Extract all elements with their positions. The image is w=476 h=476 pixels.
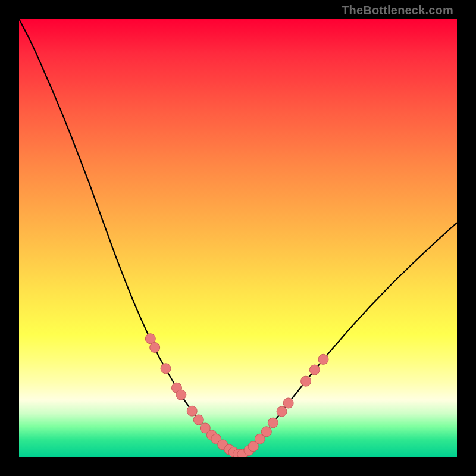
- curve-marker: [277, 406, 287, 416]
- curve-marker: [193, 415, 203, 425]
- curve-marker: [187, 406, 197, 416]
- curve-marker: [283, 398, 293, 408]
- curve-marker: [309, 365, 320, 375]
- plot-area: [19, 19, 457, 457]
- curve-marker: [318, 354, 328, 364]
- chart-frame: TheBottleneck.com: [0, 0, 476, 476]
- watermark-text: TheBottleneck.com: [342, 4, 453, 17]
- curve-markers: [145, 334, 328, 457]
- curve-marker: [150, 343, 160, 353]
- chart-overlay: [19, 19, 457, 457]
- bottleneck-curve: [19, 19, 457, 455]
- curve-marker: [268, 418, 278, 428]
- curve-marker: [176, 390, 186, 400]
- curve-marker: [301, 376, 311, 386]
- curve-marker: [261, 427, 271, 437]
- curve-marker: [161, 364, 171, 374]
